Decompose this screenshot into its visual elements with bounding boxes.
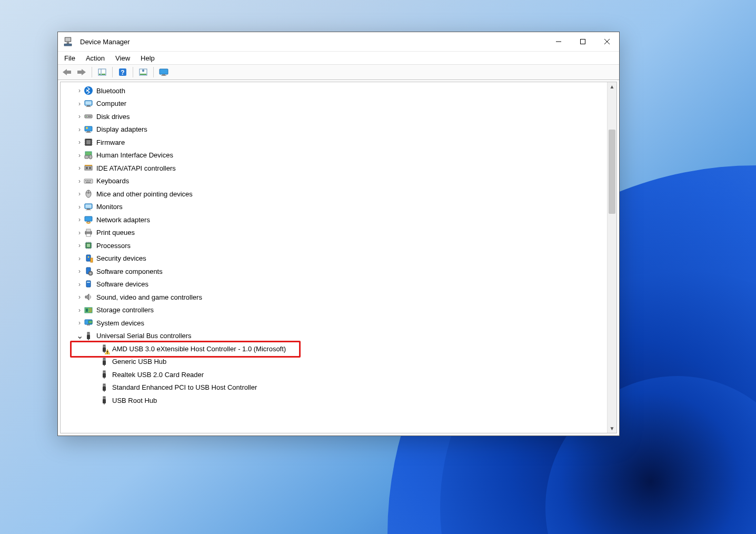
expand-icon[interactable]: › (75, 164, 84, 172)
expand-icon[interactable]: › (75, 100, 84, 107)
menu-file[interactable]: File (64, 54, 75, 62)
tree-item-storage[interactable]: ›Storage controllers (61, 304, 608, 317)
tree-item-sound[interactable]: ›Sound, video and game controllers (61, 291, 608, 304)
svg-rect-33 (86, 140, 91, 144)
cpu-icon (84, 241, 93, 250)
tree-item-firmware[interactable]: ›Firmware (61, 136, 608, 149)
tree-item-network[interactable]: ›Network adapters (61, 213, 608, 226)
forward-button[interactable] (76, 66, 87, 78)
tree-item-label: Standard Enhanced PCI to USB Host Contro… (112, 383, 257, 391)
tree-item-label: Software components (96, 268, 163, 275)
scroll-down-icon[interactable]: ▼ (608, 424, 616, 433)
tree-item-swcomp[interactable]: ›Software components (61, 265, 608, 278)
svg-rect-51 (90, 180, 91, 181)
expand-icon[interactable]: › (75, 293, 84, 301)
svg-rect-114 (103, 397, 105, 399)
svg-rect-59 (86, 210, 91, 210)
tree-item-label: Computer (96, 100, 126, 107)
svg-rect-27 (88, 116, 91, 117)
svg-point-80 (88, 256, 89, 258)
scan-hardware-button[interactable] (137, 66, 149, 78)
close-button[interactable] (595, 32, 619, 51)
display-icon (84, 125, 93, 134)
tree-item-label: Universal Serial Bus controllers (96, 332, 192, 340)
minimize-button[interactable] (546, 32, 571, 51)
expand-icon[interactable]: › (75, 268, 84, 275)
maximize-button[interactable] (571, 32, 595, 51)
svg-rect-23 (87, 105, 90, 106)
vertical-scrollbar[interactable]: ▲ ▼ (607, 82, 616, 433)
expand-icon[interactable]: › (75, 255, 84, 262)
scroll-thumb[interactable] (609, 130, 615, 214)
expand-icon[interactable]: › (75, 281, 84, 288)
svg-rect-11 (99, 74, 101, 75)
expand-icon[interactable]: › (75, 87, 84, 94)
svg-rect-12 (102, 74, 105, 75)
tree-item-cpu[interactable]: ›Processors (61, 239, 608, 252)
expand-icon[interactable]: › (75, 190, 84, 197)
tree-child-item[interactable]: Realtek USB 2.0 Card Reader (61, 368, 608, 381)
svg-rect-98 (104, 345, 105, 346)
tree-item-disk[interactable]: ›Disk drives (61, 110, 608, 123)
expand-icon[interactable]: › (75, 177, 84, 185)
expand-icon[interactable]: › (75, 126, 84, 133)
tree-item-hid[interactable]: ›Human Interface Devices (61, 149, 608, 162)
tree-child-item[interactable]: Generic USB Hub (61, 355, 608, 369)
expand-icon[interactable]: › (75, 319, 84, 327)
expand-icon[interactable]: › (75, 242, 84, 249)
tree-item-ide[interactable]: ›IDE ATA/ATAPI controllers (61, 162, 608, 175)
expand-icon[interactable]: ⌄ (75, 331, 84, 341)
svg-rect-81 (91, 258, 93, 262)
expand-icon[interactable]: › (75, 306, 84, 314)
show-hide-tree-button[interactable] (96, 66, 108, 78)
svg-rect-107 (103, 373, 106, 378)
tree-item-display[interactable]: ›Display adapters (61, 123, 608, 136)
expand-icon[interactable]: › (75, 113, 84, 120)
back-button[interactable] (61, 66, 73, 78)
tree-item-bluetooth[interactable]: ›Bluetooth (61, 84, 608, 97)
expand-icon[interactable]: › (75, 139, 84, 146)
toolbar: ? (58, 64, 619, 80)
menu-action[interactable]: Action (86, 54, 105, 62)
tree-item-swdev[interactable]: ›Software devices (61, 278, 608, 291)
tree-item-label: Security devices (96, 254, 146, 262)
tree-item-label: Storage controllers (96, 306, 154, 314)
tree-item-printer[interactable]: ›Print queues (61, 226, 608, 240)
svg-rect-93 (87, 335, 90, 339)
disk-icon (84, 112, 93, 121)
monitor-button[interactable] (158, 66, 170, 78)
svg-rect-112 (104, 384, 105, 385)
tree-child-item[interactable]: Standard Enhanced PCI to USB Host Contro… (61, 381, 608, 394)
expand-icon[interactable]: › (75, 203, 84, 211)
tree-item-system[interactable]: ›System devices (61, 317, 608, 330)
tree-child-item[interactable]: USB Root Hub (61, 394, 608, 407)
menu-help[interactable]: Help (141, 54, 155, 62)
svg-rect-49 (87, 180, 88, 181)
tree-child-item[interactable]: AMD USB 3.0 eXtensible Host Controller -… (61, 342, 608, 355)
expand-icon[interactable]: › (75, 152, 84, 159)
monitor-icon (84, 202, 93, 212)
svg-rect-100 (107, 351, 107, 353)
tree-item-mouse[interactable]: ›Mice and other pointing devices (61, 187, 608, 201)
svg-rect-30 (86, 132, 91, 133)
tree-item-usb[interactable]: ⌄Universal Serial Bus controllers (61, 330, 608, 343)
menu-view[interactable]: View (115, 54, 130, 62)
tree-item-monitor[interactable]: ›Monitors (61, 201, 608, 214)
svg-point-31 (86, 127, 88, 129)
tree-item-label: Generic USB Hub (112, 358, 166, 365)
scroll-up-icon[interactable]: ▲ (608, 82, 616, 91)
usb-icon (100, 357, 109, 367)
titlebar[interactable]: Device Manager (58, 32, 619, 52)
svg-rect-64 (86, 234, 91, 236)
expand-icon[interactable]: › (75, 229, 84, 236)
device-tree[interactable]: ›Bluetooth›Computer›Disk drives›Display … (61, 82, 608, 433)
usb-icon (100, 383, 109, 392)
svg-rect-63 (86, 229, 91, 232)
help-button[interactable]: ? (117, 66, 128, 78)
tree-item-label: Network adapters (96, 216, 150, 224)
tree-item-computer[interactable]: ›Computer (61, 97, 608, 111)
expand-icon[interactable]: › (75, 216, 84, 223)
tree-item-keyboard[interactable]: ›Keyboards (61, 175, 608, 188)
tree-item-label: Firmware (96, 139, 125, 146)
tree-item-security[interactable]: ›Security devices (61, 252, 608, 265)
